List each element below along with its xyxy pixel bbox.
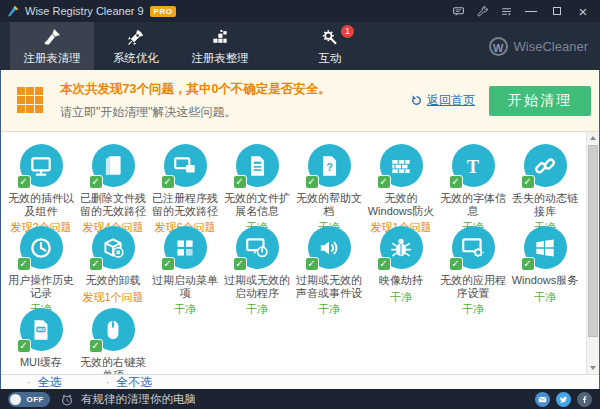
schedule-toggle[interactable]: OFF: [8, 392, 50, 407]
back-home-link[interactable]: 返回首页: [410, 92, 475, 109]
minimize-button[interactable]: —: [518, 2, 544, 20]
select-none-link[interactable]: · 全不选: [106, 374, 153, 391]
wisecleaner-logo: W WiseCleaner: [489, 22, 588, 70]
tab-system-tuneup[interactable]: 系统优化: [94, 22, 178, 70]
alarm-clock-icon: [60, 393, 74, 407]
scan-result-text: 本次共发现73个问题，其中0个不确定是否安全。: [60, 81, 410, 98]
registry-item[interactable]: T✓无效的字体信息干净: [437, 144, 509, 226]
menu-icon[interactable]: [494, 2, 518, 20]
bullet-icon: ·: [106, 376, 110, 388]
check-icon[interactable]: ✓: [161, 257, 175, 271]
twitter-icon[interactable]: [556, 392, 571, 407]
toggle-label: OFF: [27, 395, 45, 404]
main-nav: 注册表清理系统优化注册表整理互动1 W WiseCleaner: [0, 22, 600, 70]
registry-item[interactable]: ✓过期或无效的声音或事件设干净: [293, 226, 365, 308]
item-label: 过期启动菜单项: [149, 274, 221, 299]
check-icon[interactable]: ✓: [377, 175, 391, 189]
item-status: 干净: [149, 302, 221, 317]
defrag-icon: [209, 27, 231, 48]
registry-item[interactable]: ✓用户操作历史记录干净: [5, 226, 77, 308]
item-label: 丢失的动态链接库: [509, 192, 581, 217]
check-icon[interactable]: ✓: [17, 257, 31, 271]
check-icon[interactable]: ✓: [233, 175, 247, 189]
rocket-icon: [125, 27, 147, 48]
scrollbar-thumb[interactable]: [588, 145, 598, 337]
bullet-icon: ·: [27, 376, 31, 388]
check-icon[interactable]: ✓: [521, 175, 535, 189]
check-icon[interactable]: ✓: [233, 257, 247, 271]
registry-item[interactable]: MUI✓MUI缓存发现59个问题: [5, 308, 77, 374]
statusbar-message: 有规律的清理你的电脑: [81, 392, 196, 407]
registry-item[interactable]: ✓无效的插件以及组件发现2个问题: [5, 144, 77, 226]
item-status: 干净: [509, 290, 581, 305]
check-icon[interactable]: ✓: [377, 257, 391, 271]
app-window: Wise Registry Cleaner 9 PRO — × 注册表清理系统优…: [0, 0, 600, 409]
wisecleaner-logo-icon: W: [489, 37, 508, 56]
scrollbar[interactable]: [586, 132, 599, 374]
svg-text:T: T: [467, 156, 479, 176]
feedback-icon[interactable]: [446, 2, 470, 20]
scan-hint-text: 请立即"开始清理"解决这些问题。: [60, 104, 410, 121]
tab-label: 注册表清理: [23, 51, 81, 66]
support-icon[interactable]: [470, 2, 494, 20]
scan-summary-bar: 本次共发现73个问题，其中0个不确定是否安全。 请立即"开始清理"解决这些问题。…: [1, 70, 599, 132]
item-label: 已删除文件残留的无效路径: [77, 192, 149, 217]
mail-icon[interactable]: [535, 392, 550, 407]
item-status: 干净: [221, 302, 293, 317]
registry-item[interactable]: ✓已注册程序残留的无效路径发现6个问题: [149, 144, 221, 226]
registry-item[interactable]: ✓无效的文件扩展名信息干净: [221, 144, 293, 226]
registry-item[interactable]: ✓映像劫持干净: [365, 226, 437, 308]
close-button[interactable]: ×: [570, 2, 596, 20]
tab-community[interactable]: 互动1: [298, 22, 362, 70]
scan-categories: ✓无效的插件以及组件发现2个问题✓已删除文件残留的无效路径发现4个问题✓已注册程…: [1, 132, 599, 374]
select-all-link[interactable]: · 全选: [27, 374, 62, 391]
check-icon[interactable]: ✓: [17, 339, 31, 353]
maximize-button[interactable]: [544, 2, 570, 20]
tab-registry-cleaner[interactable]: 注册表清理: [10, 22, 94, 70]
facebook-icon[interactable]: [577, 392, 592, 407]
item-label: 用户操作历史记录: [5, 274, 77, 299]
check-icon[interactable]: ✓: [521, 257, 535, 271]
wisecleaner-logo-text: WiseCleaner: [514, 39, 588, 54]
tab-label: 注册表整理: [191, 51, 249, 66]
toggle-knob-icon: [10, 394, 21, 405]
item-label: 无效的右键菜单项: [77, 356, 149, 374]
registry-item[interactable]: ✓无效的Windows防火发现1个问题: [365, 144, 437, 226]
check-icon[interactable]: ✓: [17, 175, 31, 189]
item-label: 无效的帮助文档: [293, 192, 365, 217]
registry-item[interactable]: ✓过期或无效的启动程序干净: [221, 226, 293, 308]
item-label: Windows服务: [509, 274, 581, 287]
check-icon[interactable]: ✓: [89, 175, 103, 189]
window-title: Wise Registry Cleaner 9: [25, 5, 144, 17]
registry-item[interactable]: ✓丢失的动态链接库干净: [509, 144, 581, 226]
check-icon[interactable]: ✓: [449, 257, 463, 271]
registry-item[interactable]: ✓无效的右键菜单项: [77, 308, 149, 374]
scroll-up-icon[interactable]: [587, 132, 599, 144]
tab-label: 系统优化: [113, 51, 159, 66]
tab-registry-defrag[interactable]: 注册表整理: [178, 22, 262, 70]
item-label: MUI缓存: [5, 356, 77, 369]
item-label: 无效的字体信息: [437, 192, 509, 217]
start-clean-button[interactable]: 开始清理: [489, 86, 591, 116]
check-icon[interactable]: ✓: [89, 257, 103, 271]
registry-item[interactable]: ✓Windows服务干净: [509, 226, 581, 308]
registry-item[interactable]: ?✓无效的帮助文档干净: [293, 144, 365, 226]
check-icon[interactable]: ✓: [89, 339, 103, 353]
check-icon[interactable]: ✓: [161, 175, 175, 189]
brush-icon: [41, 27, 63, 48]
item-status: 干净: [365, 290, 437, 305]
registry-item[interactable]: ✓已删除文件残留的无效路径发现4个问题: [77, 144, 149, 226]
pro-badge: PRO: [150, 6, 177, 17]
item-label: 无效的应用程序设置: [437, 274, 509, 299]
check-icon[interactable]: ✓: [449, 175, 463, 189]
item-label: 过期或无效的声音或事件设: [293, 274, 365, 299]
check-icon[interactable]: ✓: [305, 257, 319, 271]
registry-item[interactable]: ✓无效的应用程序设置干净: [437, 226, 509, 308]
check-icon[interactable]: ✓: [305, 175, 319, 189]
registry-item[interactable]: ✓过期启动菜单项干净: [149, 226, 221, 308]
refresh-icon: [410, 94, 427, 107]
scroll-down-icon[interactable]: [587, 362, 599, 374]
titlebar: Wise Registry Cleaner 9 PRO — ×: [0, 0, 600, 22]
registry-item[interactable]: ✓无效的卸载发现1个问题: [77, 226, 149, 308]
item-label: 无效的Windows防火: [365, 192, 437, 217]
